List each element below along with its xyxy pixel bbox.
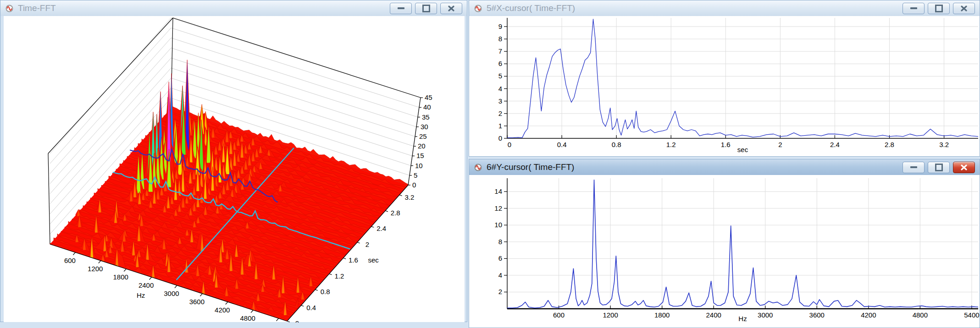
sec-tick-label: 2.4 bbox=[376, 224, 386, 232]
z-tick-label: 5 bbox=[414, 171, 417, 179]
x-cursor-content: 00.40.81.21.622.42.83.20123456789sec bbox=[469, 16, 980, 156]
signal-wave-icon bbox=[5, 4, 14, 13]
grid bbox=[507, 178, 978, 309]
minimize-icon bbox=[910, 7, 917, 9]
axes bbox=[507, 178, 978, 309]
titlebar-y-cursor[interactable]: 6#Y-cursor( Time-FFT) bbox=[469, 159, 980, 175]
x-tick-label: 2.8 bbox=[885, 141, 894, 148]
sec-tick-label: 0.8 bbox=[321, 288, 330, 295]
minimize-button[interactable] bbox=[390, 3, 412, 14]
x-tick-label: 3000 bbox=[758, 311, 773, 319]
z-tick-label: 15 bbox=[416, 152, 424, 159]
x-tick-label: 3.2 bbox=[939, 141, 949, 148]
x-tick-label: 1.6 bbox=[721, 141, 731, 148]
x-tick-label: 1800 bbox=[654, 311, 670, 319]
close-icon bbox=[448, 5, 454, 11]
y-tick-label: 6 bbox=[498, 60, 502, 67]
maximize-button[interactable] bbox=[415, 3, 437, 14]
x-tick-label: 2.4 bbox=[830, 141, 840, 148]
tick-labels: 00.40.81.21.622.42.83.20123456789sec bbox=[498, 22, 949, 153]
window-time-fft: Time-FFT 6001200180024003000360042004800… bbox=[0, 0, 467, 322]
sec-tick-label: 0.4 bbox=[306, 304, 316, 312]
close-button[interactable] bbox=[953, 162, 975, 173]
minimize-button[interactable] bbox=[902, 3, 925, 14]
window-controls bbox=[390, 3, 462, 14]
x-tick-label: 3600 bbox=[809, 311, 825, 319]
z-tick-label: 45 bbox=[425, 93, 432, 101]
z-tick-label: 25 bbox=[419, 132, 427, 140]
hz-tick-label: 1800 bbox=[113, 273, 128, 281]
titlebar-x-cursor[interactable]: 5#X-cursor( Time-FFT) bbox=[469, 0, 980, 16]
close-button[interactable] bbox=[440, 3, 462, 14]
hz-tick-label: 2400 bbox=[138, 281, 154, 289]
minimize-icon bbox=[398, 7, 404, 9]
sec-tick-label: 1.2 bbox=[334, 272, 344, 280]
z-tick-label: 20 bbox=[418, 142, 426, 150]
maximize-button[interactable] bbox=[928, 3, 950, 14]
minimize-icon bbox=[910, 166, 917, 168]
hz-tick-label: 1200 bbox=[88, 265, 103, 273]
x-tick-label: 1.2 bbox=[666, 141, 676, 148]
signal-curve[interactable] bbox=[507, 19, 978, 138]
x-tick-label: 2400 bbox=[706, 311, 721, 319]
z-tick-label: 0 bbox=[412, 181, 416, 189]
y-tick-label: 10 bbox=[494, 221, 502, 229]
z-tick-label: 10 bbox=[415, 162, 423, 169]
hz-tick-label: 4800 bbox=[240, 314, 255, 322]
z-tick-label: 35 bbox=[422, 113, 430, 121]
window-x-cursor: 5#X-cursor( Time-FFT) 00.40.81.21.622.42… bbox=[469, 0, 980, 157]
y-tick-label: 9 bbox=[498, 22, 502, 30]
maximize-icon bbox=[422, 5, 430, 12]
x-tick-label: 600 bbox=[553, 311, 565, 319]
signal-wave-icon bbox=[474, 163, 482, 172]
y-cursor-content: 6001200180024003000360042004800540024681… bbox=[469, 175, 980, 328]
sec-tick-label: 0 bbox=[295, 319, 299, 323]
y-tick-label: 2 bbox=[498, 109, 502, 117]
x-tick-label: 0 bbox=[508, 141, 511, 148]
y-tick-label: 7 bbox=[498, 47, 502, 55]
y-tick-label: 8 bbox=[498, 35, 502, 43]
y-tick-label: 14 bbox=[494, 187, 502, 195]
hz-tick-label: 4200 bbox=[215, 306, 230, 314]
x-tick-label: 2 bbox=[778, 141, 782, 148]
window-title: 6#Y-cursor( Time-FFT) bbox=[487, 162, 574, 172]
y-tick-label: 2 bbox=[498, 288, 502, 295]
sec-axis-title: sec bbox=[368, 256, 379, 264]
y-tick-label: 12 bbox=[494, 204, 502, 212]
hz-tick-label: 3600 bbox=[189, 298, 205, 306]
signal-wave-icon bbox=[474, 4, 482, 13]
y-tick-label: 4 bbox=[498, 271, 502, 279]
titlebar-time-fft[interactable]: Time-FFT bbox=[0, 0, 467, 16]
y-tick-label: 0 bbox=[498, 134, 502, 142]
x-tick-label: 5400 bbox=[964, 311, 979, 319]
maximize-icon bbox=[935, 164, 943, 171]
signal-curve[interactable] bbox=[507, 180, 978, 308]
y-tick-label: 5 bbox=[498, 72, 502, 80]
x-axis-title: Hz bbox=[738, 315, 747, 323]
window-title: Time-FFT bbox=[18, 3, 56, 13]
fft3d-content: 60012001800240030003600420048005400Hz00.… bbox=[0, 16, 467, 322]
sec-tick-label: 1.6 bbox=[349, 256, 358, 264]
window-controls bbox=[902, 3, 975, 14]
axes bbox=[507, 18, 978, 138]
close-icon bbox=[961, 5, 967, 11]
hz-tick-label: 600 bbox=[64, 257, 76, 264]
y-tick-label: 3 bbox=[498, 97, 502, 105]
maximize-icon bbox=[935, 5, 943, 12]
x-cursor-plot[interactable]: 00.40.81.21.622.42.83.20123456789sec bbox=[469, 16, 980, 157]
sec-tick-label: 2 bbox=[365, 241, 369, 248]
close-button[interactable] bbox=[953, 3, 975, 14]
x-tick-label: 4200 bbox=[861, 311, 876, 319]
y-cursor-plot[interactable]: 6001200180024003000360042004800540024681… bbox=[469, 175, 980, 328]
fft3d-plot[interactable]: 60012001800240030003600420048005400Hz00.… bbox=[0, 16, 468, 323]
close-icon bbox=[961, 164, 967, 170]
window-y-cursor: 6#Y-cursor( Time-FFT) 600120018002400300… bbox=[469, 159, 980, 328]
y-tick-label: 6 bbox=[498, 254, 502, 262]
mdi-desktop: { "app": {"background_color": "#d4e3f2",… bbox=[0, 0, 980, 328]
grid bbox=[507, 18, 978, 138]
maximize-button[interactable] bbox=[928, 162, 950, 173]
y-tick-label: 8 bbox=[498, 238, 502, 246]
x-tick-label: 1200 bbox=[603, 311, 618, 319]
minimize-button[interactable] bbox=[902, 162, 925, 173]
z-tick-label: 40 bbox=[423, 103, 431, 111]
